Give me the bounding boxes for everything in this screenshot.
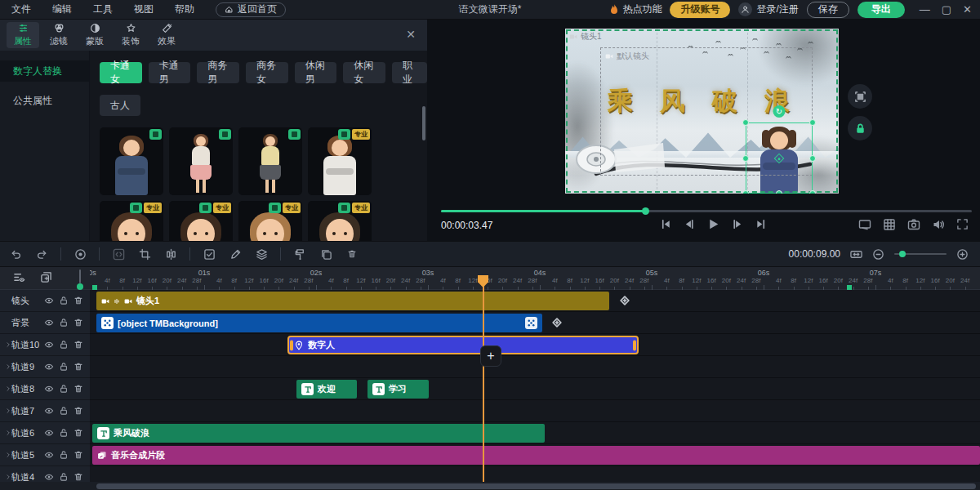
resize-handle[interactable] [809, 155, 816, 162]
eye-icon[interactable] [44, 384, 54, 394]
track-lane-轨道8[interactable] [90, 378, 980, 400]
category-卡通女[interactable]: 卡通女 [100, 62, 142, 83]
clip-音乐合成片段[interactable]: 音乐合成片段 [92, 446, 980, 465]
eye-icon[interactable] [44, 318, 54, 327]
avatar-thumbnail-6[interactable]: 专业 [238, 201, 302, 241]
menu-item-2[interactable]: 工具 [93, 2, 113, 16]
menu-item-1[interactable]: 编辑 [52, 2, 72, 16]
delete-button[interactable] [341, 245, 363, 263]
trash-icon[interactable] [74, 296, 83, 305]
panel-scrollbar[interactable] [422, 106, 425, 140]
selection-box[interactable]: ↻ [746, 122, 813, 194]
clip-镜头1[interactable]: 镜头1 [96, 292, 609, 310]
eye-icon[interactable] [44, 296, 54, 305]
category-商务男[interactable]: 商务男 [197, 62, 239, 83]
category-商务女[interactable]: 商务女 [246, 62, 288, 83]
clip-乘风破浪[interactable]: 乘风破浪 [92, 424, 545, 443]
eye-icon[interactable] [44, 450, 54, 460]
avatar-thumbnail-5[interactable]: 专业 [169, 201, 233, 241]
lock-icon[interactable] [59, 318, 69, 327]
resize-handle[interactable] [742, 155, 749, 162]
clip-学习[interactable]: 学习 [368, 380, 429, 399]
avatar-thumbnail-3[interactable]: 专业 [308, 127, 372, 195]
eye-icon[interactable] [44, 472, 54, 482]
fit-timeline-icon[interactable] [850, 248, 862, 261]
category-休闲男[interactable]: 休闲男 [295, 62, 337, 83]
select-clips-button[interactable] [198, 245, 220, 263]
lock-icon[interactable] [59, 428, 69, 438]
trash-icon[interactable] [74, 340, 83, 350]
playback-progress-bar[interactable] [441, 210, 972, 212]
chevron-right-icon[interactable] [0, 473, 11, 481]
avatar-thumbnail-2[interactable] [238, 127, 302, 195]
add-track-icon[interactable] [40, 271, 52, 283]
avatar-thumbnail-1[interactable] [169, 127, 233, 195]
horizontal-scrollbar[interactable] [96, 483, 976, 489]
record-button[interactable] [69, 245, 91, 263]
trash-icon[interactable] [74, 318, 83, 327]
lock-icon[interactable] [59, 362, 69, 372]
export-button[interactable]: 导出 [858, 2, 905, 18]
trash-icon[interactable] [74, 406, 83, 416]
resize-handle[interactable] [809, 190, 816, 194]
category-卡通男[interactable]: 卡通男 [149, 62, 191, 83]
eye-icon[interactable] [44, 362, 54, 372]
close-window-button[interactable]: ✕ [963, 3, 972, 16]
time-ruler[interactable]: 0s4f8f12f16f20f24f28f01s4f8f12f16f20f24f… [90, 267, 980, 290]
zoom-slider-knob[interactable] [899, 251, 906, 257]
trim-handle-left[interactable] [290, 340, 293, 350]
rotate-handle[interactable]: ↻ [773, 105, 786, 118]
track-lane-轨道7[interactable] [90, 400, 980, 422]
panel-tab-3[interactable]: 装饰 [114, 22, 147, 48]
menu-item-0[interactable]: 文件 [11, 2, 31, 16]
image-noise-icon[interactable] [525, 317, 537, 329]
lock-button[interactable] [848, 116, 872, 140]
edit-button[interactable] [225, 245, 246, 263]
skip-end-button[interactable] [752, 216, 768, 232]
copy-button[interactable] [315, 245, 336, 263]
avatar-thumbnail-7[interactable]: 专业 [308, 201, 372, 241]
keyframe-add-icon[interactable] [617, 292, 633, 309]
clip-数字人[interactable]: 数字人 [287, 336, 639, 354]
trash-icon[interactable] [74, 450, 83, 460]
panel-tab-0[interactable]: 属性 [7, 22, 39, 48]
chevron-right-icon[interactable] [0, 385, 11, 393]
preview-canvas[interactable]: 乘风破浪 ↻ [565, 29, 839, 194]
back-home-button[interactable]: 返回首页 [216, 2, 286, 17]
menu-item-4[interactable]: 帮助 [175, 2, 194, 16]
volume-icon[interactable] [931, 217, 945, 231]
maximize-button[interactable]: ▢ [942, 3, 951, 16]
category-古人[interactable]: 古人 [100, 95, 140, 116]
avatar-thumbnail-4[interactable]: 专业 [100, 201, 163, 241]
lock-icon[interactable] [59, 296, 69, 305]
layers-button[interactable] [251, 245, 272, 263]
snapshot-icon[interactable] [906, 217, 920, 231]
zoom-out-icon[interactable] [872, 248, 884, 261]
flip-button[interactable] [160, 245, 181, 263]
prev-frame-button[interactable] [681, 216, 697, 232]
panel-tab-1[interactable]: 滤镜 [42, 22, 75, 48]
category-休闲女[interactable]: 休闲女 [343, 62, 385, 83]
chevron-right-icon[interactable] [0, 363, 11, 371]
grid-toggle-icon[interactable] [882, 217, 896, 231]
keyframe-add-icon[interactable] [549, 314, 565, 331]
category-职业[interactable]: 职业 [392, 62, 427, 83]
clip-欢迎[interactable]: 欢迎 [296, 380, 357, 399]
track-manager-icon[interactable] [13, 271, 25, 283]
fullscreen-icon[interactable] [956, 217, 969, 231]
hot-features-button[interactable]: 热点功能 [609, 2, 662, 16]
menu-item-3[interactable]: 视图 [134, 2, 154, 16]
lock-icon[interactable] [59, 472, 69, 482]
fit-selection-button[interactable] [848, 84, 872, 109]
resize-handle[interactable] [776, 190, 782, 194]
chevron-right-icon[interactable] [0, 451, 11, 459]
lock-icon[interactable] [59, 384, 69, 394]
redo-button[interactable] [31, 245, 52, 263]
trim-handle-right[interactable] [633, 340, 636, 350]
lock-icon[interactable] [59, 450, 69, 460]
resize-handle[interactable] [809, 119, 816, 126]
next-frame-button[interactable] [728, 216, 745, 232]
trash-icon[interactable] [74, 428, 83, 438]
trash-icon[interactable] [74, 472, 83, 482]
lock-icon[interactable] [59, 406, 69, 416]
